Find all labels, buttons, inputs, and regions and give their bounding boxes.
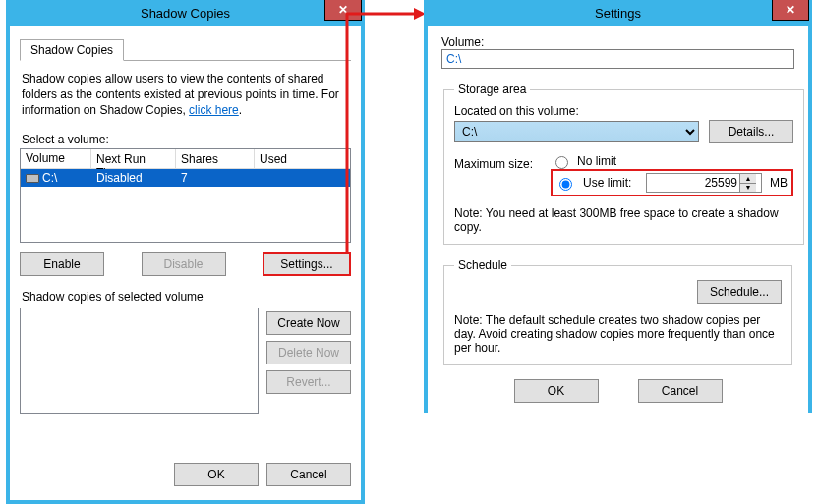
select-volume-label: Select a volume: — [22, 133, 349, 146]
storage-area-group: Storage area Located on this volume: C:\… — [443, 83, 804, 245]
close-icon[interactable]: ✕ — [324, 0, 362, 21]
limit-unit: MB — [770, 176, 788, 190]
create-now-button[interactable]: Create Now — [266, 311, 351, 335]
shadow-copies-window: Shadow Copies ✕ Shadow Copies Shadow cop… — [6, 0, 365, 504]
settings-window: Settings ✕ Volume: C:\ Storage area Loca… — [424, 0, 812, 413]
titlebar[interactable]: Shadow Copies ✕ — [10, 2, 361, 26]
delete-now-button: Delete Now — [266, 341, 351, 364]
drive-icon — [26, 174, 39, 183]
no-limit-label: No limit — [577, 154, 616, 168]
use-limit-label: Use limit: — [583, 176, 638, 190]
tab-shadow-copies[interactable]: Shadow Copies — [20, 39, 124, 61]
enable-button[interactable]: Enable — [20, 252, 104, 276]
located-on-volume-label: Located on this volume: — [454, 104, 793, 118]
schedule-legend: Schedule — [454, 258, 511, 272]
ok-button[interactable]: OK — [174, 463, 259, 486]
settings-button[interactable]: Settings... — [263, 252, 351, 276]
col-used[interactable]: Used — [255, 149, 350, 168]
schedule-button[interactable]: Schedule... — [697, 280, 782, 304]
use-limit-row: Use limit: ▲ ▼ MB — [551, 169, 793, 196]
volume-field[interactable]: C:\ — [441, 49, 794, 69]
located-on-volume-select[interactable]: C:\ — [454, 121, 699, 142]
schedule-group: Schedule Schedule... Note: The default s… — [443, 258, 792, 365]
disable-button: Disable — [142, 252, 226, 276]
maximum-size-label: Maximum size: — [454, 153, 545, 171]
cancel-button[interactable]: Cancel — [638, 379, 723, 403]
close-icon[interactable]: ✕ — [772, 0, 809, 21]
spinner-down-icon[interactable]: ▼ — [740, 184, 756, 193]
grid-header: Volume Next Run Time Shares Used — [21, 149, 350, 169]
use-limit-radio[interactable] — [559, 178, 572, 191]
storage-note: Note: You need at least 300MB free space… — [454, 206, 793, 234]
volume-grid[interactable]: Volume Next Run Time Shares Used C:\ Dis… — [20, 148, 351, 243]
window-title: Settings — [595, 4, 641, 24]
storage-area-legend: Storage area — [454, 83, 530, 96]
col-volume[interactable]: Volume — [21, 149, 91, 168]
cancel-button[interactable]: Cancel — [266, 463, 351, 486]
table-row[interactable]: C:\ Disabled 7 — [21, 169, 350, 187]
revert-button: Revert... — [266, 370, 351, 394]
col-shares[interactable]: Shares — [176, 149, 255, 168]
no-limit-radio[interactable] — [555, 156, 568, 169]
shadow-copies-of-volume-label: Shadow copies of selected volume — [22, 290, 349, 304]
tabstrip: Shadow Copies — [20, 39, 351, 61]
spinner-up-icon[interactable]: ▲ — [740, 174, 756, 184]
click-here-link[interactable]: click here — [189, 103, 239, 117]
description-text: Shadow copies allow users to view the co… — [22, 71, 349, 119]
shadow-copies-list[interactable] — [20, 308, 259, 414]
limit-spinner[interactable]: ▲ ▼ — [646, 173, 762, 193]
schedule-note: Note: The default schedule creates two s… — [454, 313, 782, 355]
col-next-run-time[interactable]: Next Run Time — [91, 149, 176, 168]
ok-button[interactable]: OK — [514, 379, 599, 403]
titlebar[interactable]: Settings ✕ — [428, 2, 808, 26]
limit-input[interactable] — [647, 174, 739, 192]
volume-label: Volume: — [441, 35, 794, 49]
details-button[interactable]: Details... — [709, 120, 793, 143]
window-title: Shadow Copies — [141, 4, 230, 24]
